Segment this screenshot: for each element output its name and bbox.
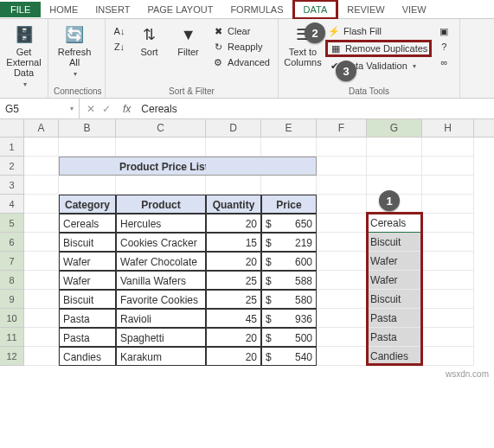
cell[interactable]: 15 <box>206 233 261 252</box>
cell[interactable]: $219 <box>261 233 317 252</box>
cell[interactable]: $936 <box>261 309 317 328</box>
cell[interactable] <box>59 176 116 195</box>
cell[interactable] <box>422 233 474 252</box>
cell[interactable]: $580 <box>261 290 317 309</box>
cancel-icon[interactable]: ✕ <box>87 103 95 115</box>
cell[interactable] <box>317 309 367 328</box>
tab-data[interactable]: DATA <box>292 0 339 20</box>
cell[interactable]: Pasta <box>367 309 422 328</box>
row-header[interactable]: 12 <box>0 347 24 366</box>
cell[interactable]: 25 <box>206 271 261 290</box>
tab-insert[interactable]: INSERT <box>87 2 138 17</box>
row-header[interactable]: 4 <box>0 195 24 214</box>
cell[interactable]: Vanilla Wafers <box>116 271 206 290</box>
row-header[interactable]: 10 <box>0 309 24 328</box>
row-header[interactable]: 6 <box>0 233 24 252</box>
cell[interactable] <box>116 176 206 195</box>
cell[interactable] <box>116 138 206 157</box>
cell[interactable] <box>261 176 317 195</box>
cell[interactable] <box>317 176 367 195</box>
col-header-E[interactable]: E <box>261 119 317 137</box>
cell[interactable] <box>317 157 367 176</box>
cell[interactable] <box>422 347 474 366</box>
col-header-A[interactable]: A <box>24 119 59 137</box>
cell[interactable] <box>261 157 317 176</box>
cell[interactable] <box>59 138 116 157</box>
cell[interactable]: Cereals <box>59 214 116 233</box>
row-header[interactable]: 8 <box>0 271 24 290</box>
cell[interactable]: Wafer <box>59 271 116 290</box>
cell[interactable]: Biscuit <box>59 290 116 309</box>
col-header-F[interactable]: F <box>317 119 367 137</box>
formula-value[interactable]: Cereals <box>136 103 182 115</box>
cell[interactable]: $588 <box>261 271 317 290</box>
cell[interactable]: Product <box>116 195 206 214</box>
cell[interactable]: Favorite Cookies <box>116 290 206 309</box>
cell[interactable] <box>317 138 367 157</box>
cell[interactable] <box>206 176 261 195</box>
cell[interactable]: $540 <box>261 347 317 366</box>
cell[interactable] <box>367 138 422 157</box>
row-header[interactable]: 3 <box>0 176 24 195</box>
cell[interactable] <box>317 252 367 271</box>
row-header[interactable]: 9 <box>0 290 24 309</box>
cell[interactable]: Category <box>59 195 116 214</box>
cell[interactable] <box>317 328 367 347</box>
cell[interactable] <box>24 233 59 252</box>
relationships-button[interactable]: ∞ <box>435 55 452 69</box>
cell[interactable] <box>24 328 59 347</box>
cell[interactable] <box>317 195 367 214</box>
cell[interactable]: Biscuit <box>367 233 422 252</box>
cell[interactable]: Biscuit <box>367 290 422 309</box>
cell[interactable] <box>422 138 474 157</box>
tab-view[interactable]: VIEW <box>394 2 435 17</box>
fx-icon[interactable]: fx <box>118 103 136 115</box>
cell[interactable] <box>422 176 474 195</box>
col-header-B[interactable]: B <box>59 119 116 137</box>
cell[interactable]: Pasta <box>59 309 116 328</box>
cell[interactable] <box>422 309 474 328</box>
cell[interactable]: Ravioli <box>116 309 206 328</box>
cell[interactable]: 20 <box>206 214 261 233</box>
cell[interactable]: 45 <box>206 309 261 328</box>
get-external-data-button[interactable]: 🗄️ Get External Data <box>5 24 42 90</box>
cell[interactable] <box>261 138 317 157</box>
cell[interactable] <box>59 157 116 176</box>
sort-desc-button[interactable]: Z↓ <box>111 40 128 54</box>
cell[interactable]: Candies <box>59 347 116 366</box>
col-header-H[interactable]: H <box>422 119 474 137</box>
cell[interactable] <box>367 157 422 176</box>
cell[interactable] <box>24 195 59 214</box>
cell[interactable] <box>422 290 474 309</box>
row-header[interactable]: 7 <box>0 252 24 271</box>
cell[interactable] <box>206 157 261 176</box>
cell[interactable]: Wafer <box>367 271 422 290</box>
cell[interactable]: Wafer <box>59 252 116 271</box>
cell[interactable] <box>24 176 59 195</box>
cell[interactable] <box>24 138 59 157</box>
cell[interactable] <box>422 271 474 290</box>
enter-icon[interactable]: ✓ <box>102 103 111 115</box>
cell[interactable] <box>422 252 474 271</box>
cell[interactable] <box>422 157 474 176</box>
cell[interactable] <box>317 214 367 233</box>
sort-button[interactable]: ⇅ Sort <box>132 24 167 57</box>
row-header[interactable]: 1 <box>0 138 24 157</box>
cell[interactable]: Biscuit <box>59 233 116 252</box>
consolidate-button[interactable]: ▣ <box>435 24 452 38</box>
flash-fill-button[interactable]: ⚡Flash Fill <box>325 24 432 38</box>
reapply-button[interactable]: ↻Reapply <box>209 40 273 54</box>
cell[interactable]: 20 <box>206 347 261 366</box>
tab-page-layout[interactable]: PAGE LAYOUT <box>138 2 221 17</box>
col-header-D[interactable]: D <box>206 119 261 137</box>
sort-asc-button[interactable]: A↓ <box>111 24 128 38</box>
cell[interactable] <box>422 214 474 233</box>
cell[interactable]: Pasta <box>59 328 116 347</box>
cell[interactable]: $500 <box>261 328 317 347</box>
row-header[interactable]: 5 <box>0 214 24 233</box>
whatif-button[interactable]: ? <box>435 40 452 54</box>
cell[interactable] <box>317 290 367 309</box>
remove-duplicates-button[interactable]: ▦Remove Duplicates <box>325 40 432 57</box>
tab-review[interactable]: REVIEW <box>338 2 393 17</box>
cell[interactable] <box>24 157 59 176</box>
